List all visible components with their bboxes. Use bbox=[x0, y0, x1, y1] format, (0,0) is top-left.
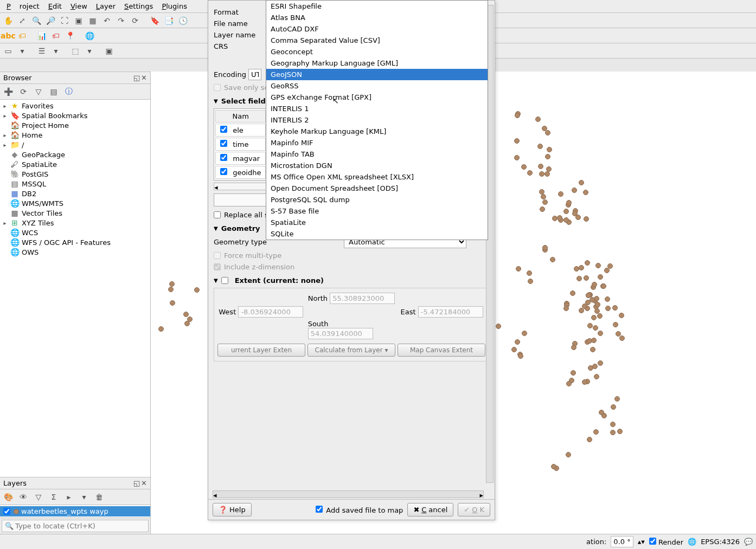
zoom-layer-icon[interactable]: ▦ bbox=[87, 15, 99, 27]
new-bookmark-icon[interactable]: 🔖 bbox=[149, 15, 161, 27]
extent-checkbox[interactable] bbox=[221, 277, 228, 284]
dropdown-option[interactable]: Keyhole Markup Language [KML] bbox=[266, 126, 488, 137]
tree-item[interactable]: ▤MSSQL bbox=[0, 179, 150, 189]
label-icon[interactable]: abc bbox=[2, 30, 14, 42]
add-saved-label[interactable]: Add saved file to map bbox=[316, 506, 403, 514]
dropdown-option[interactable]: MS Office Open XML spreadsheet [XLSX] bbox=[266, 171, 488, 183]
menu-plugins[interactable]: Plugins bbox=[157, 1, 191, 11]
dropdown-option[interactable]: ESRI Shapefile bbox=[266, 1, 488, 12]
filter-legend-icon[interactable]: ▽ bbox=[33, 491, 44, 503]
collapse-icon[interactable]: ▾ bbox=[78, 491, 90, 503]
add-layer-icon[interactable]: ➕ bbox=[2, 86, 14, 98]
refresh-icon[interactable]: ⟳ bbox=[129, 15, 141, 27]
add-saved-checkbox[interactable] bbox=[316, 506, 323, 513]
tree-item[interactable]: 🌐WCS bbox=[0, 228, 150, 237]
tree-item[interactable]: 🌐WFS / OGC API - Features bbox=[0, 237, 150, 247]
dropdown-option[interactable]: Open Document Spreadsheet [ODS] bbox=[266, 183, 488, 194]
replace-raw-checkbox[interactable] bbox=[214, 211, 221, 218]
show-bookmarks-icon[interactable]: 📑 bbox=[163, 15, 175, 27]
filter-icon[interactable]: ▽ bbox=[33, 86, 44, 98]
label-highlight-icon[interactable]: 🏷 bbox=[50, 30, 62, 42]
menu-edit[interactable]: Edit bbox=[44, 1, 66, 11]
pan-selection-icon[interactable]: ⤢ bbox=[16, 15, 28, 27]
dropdown-option[interactable]: INTERLIS 1 bbox=[266, 103, 488, 114]
undock-icon[interactable]: ◱ bbox=[133, 74, 140, 82]
field-row[interactable]: geoidhe bbox=[215, 166, 266, 179]
dropdown-option[interactable]: Atlas BNA bbox=[266, 12, 488, 23]
ok-button[interactable]: ✔OK bbox=[458, 503, 490, 516]
dropdown-option[interactable]: GeoJSON bbox=[266, 69, 488, 80]
properties-icon[interactable]: ⓘ bbox=[63, 86, 75, 98]
menu-layer[interactable]: Layer bbox=[92, 1, 120, 11]
tree-item[interactable]: 🌐WMS/WMTS bbox=[0, 198, 150, 208]
dropdown-option[interactable]: Geography Markup Language [GML] bbox=[266, 57, 488, 69]
current-layer-extent-button[interactable]: urrent Layer Exten bbox=[217, 344, 305, 357]
expression-icon[interactable]: Σ bbox=[48, 491, 60, 503]
manage-themes-icon[interactable]: 👁 bbox=[17, 491, 29, 503]
label-tool-icon[interactable]: 🏷 bbox=[16, 30, 28, 42]
extent-header[interactable]: Extent (current: none) bbox=[214, 276, 489, 285]
field-checkbox[interactable] bbox=[220, 154, 227, 161]
help-button[interactable]: ❓Help bbox=[213, 503, 252, 516]
dropdown-option[interactable]: GPS eXchange Format [GPX] bbox=[266, 92, 488, 103]
zoom-full-icon[interactable]: ⛶ bbox=[59, 15, 71, 27]
tree-item[interactable]: 🖋SpatiaLite bbox=[0, 159, 150, 169]
chevron-down-icon[interactable]: ▾ bbox=[84, 45, 95, 57]
layers-tree[interactable]: waterbeetles_wpts wayp bbox=[0, 505, 150, 518]
tree-item[interactable]: ▸⊞XYZ Tiles bbox=[0, 218, 150, 228]
browser-tree[interactable]: ▸★Favorites▸🔖Spatial Bookmarks🏠Project H… bbox=[0, 100, 150, 477]
menu-project[interactable]: Project bbox=[2, 1, 44, 11]
west-input[interactable] bbox=[238, 306, 303, 318]
messages-icon[interactable]: 💬 bbox=[744, 538, 753, 546]
render-label[interactable]: Render bbox=[649, 538, 683, 546]
tree-item[interactable]: ▸★Favorites bbox=[0, 101, 150, 111]
menu-view[interactable]: View bbox=[66, 1, 92, 11]
refresh-icon[interactable]: ⟳ bbox=[17, 86, 29, 98]
field-checkbox[interactable] bbox=[220, 168, 227, 175]
dropdown-option[interactable]: GeoRSS bbox=[266, 80, 488, 92]
tree-item[interactable]: ▸📁/ bbox=[0, 140, 150, 150]
rotation-field[interactable]: 0.0 ° bbox=[611, 536, 633, 547]
select-rect-icon[interactable]: ▭ bbox=[2, 45, 14, 57]
tree-item[interactable]: 🐘PostGIS bbox=[0, 169, 150, 179]
dropdown-option[interactable]: Microstation DGN bbox=[266, 160, 488, 171]
select-form-icon[interactable]: ☰ bbox=[36, 45, 48, 57]
tree-item[interactable]: ◆GeoPackage bbox=[0, 150, 150, 159]
field-checkbox[interactable] bbox=[220, 126, 227, 133]
globe-icon[interactable]: 🌐 bbox=[84, 30, 95, 42]
zoom-next-icon[interactable]: ↷ bbox=[115, 15, 127, 27]
chevron-down-icon[interactable]: ▾ bbox=[50, 45, 62, 57]
chevron-down-icon[interactable]: ▾ bbox=[16, 45, 28, 57]
crs-label[interactable]: EPSG:4326 bbox=[701, 538, 740, 546]
tree-item[interactable]: ▦Vector Tiles bbox=[0, 208, 150, 218]
select-all-icon[interactable]: ▣ bbox=[103, 45, 115, 57]
layer-visibility-checkbox[interactable] bbox=[3, 508, 10, 515]
dropdown-option[interactable]: S-57 Base file bbox=[266, 205, 488, 217]
dropdown-option[interactable]: Comma Separated Value [CSV] bbox=[266, 35, 488, 46]
diagram-icon[interactable]: 📊 bbox=[36, 30, 48, 42]
zoom-out-icon[interactable]: 🔎 bbox=[44, 15, 56, 27]
crs-icon[interactable]: 🌐 bbox=[688, 538, 696, 546]
close-icon[interactable]: ✕ bbox=[141, 74, 147, 82]
dropdown-option[interactable]: SQLite bbox=[266, 228, 488, 240]
field-row[interactable]: ele bbox=[215, 124, 266, 137]
temporal-icon[interactable]: 🕓 bbox=[177, 15, 189, 27]
dropdown-option[interactable]: Geoconcept bbox=[266, 46, 488, 57]
dialog-scrollbar-h[interactable]: ◂▸ bbox=[213, 490, 484, 498]
dropdown-option[interactable]: SpatiaLite bbox=[266, 217, 488, 228]
layer-row-selected[interactable]: waterbeetles_wpts wayp bbox=[0, 506, 150, 516]
tree-item[interactable]: 🏠Project Home bbox=[0, 120, 150, 130]
dropdown-option[interactable]: AutoCAD DXF bbox=[266, 23, 488, 35]
cancel-button[interactable]: ✖Cancel bbox=[407, 503, 453, 516]
collapse-icon[interactable]: ▤ bbox=[48, 86, 60, 98]
zoom-in-icon[interactable]: 🔍 bbox=[30, 15, 42, 27]
dropdown-option[interactable]: PostgreSQL SQL dump bbox=[266, 194, 488, 205]
expand-icon[interactable]: ▸ bbox=[63, 491, 75, 503]
remove-layer-icon[interactable]: 🗑 bbox=[93, 491, 105, 503]
dropdown-option[interactable]: Mapinfo MIF bbox=[266, 137, 488, 148]
zoom-selection-icon[interactable]: ▣ bbox=[73, 15, 85, 27]
tree-item[interactable]: ▸🏠Home bbox=[0, 130, 150, 140]
select-all-button[interactable] bbox=[214, 193, 268, 206]
south-input[interactable] bbox=[308, 328, 373, 339]
field-row[interactable]: magvar bbox=[215, 152, 266, 165]
